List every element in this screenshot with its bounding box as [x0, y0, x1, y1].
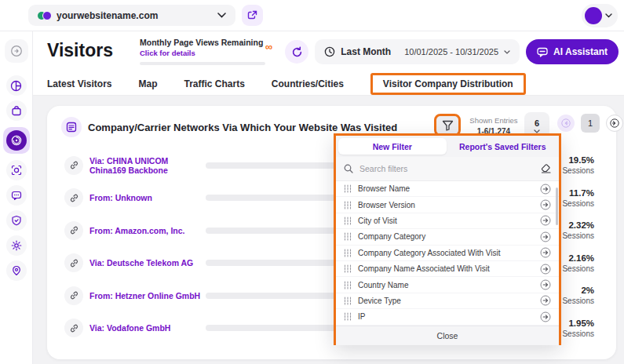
- page-header: Visitors Monthly Page Views Remaining Cl…: [33, 31, 624, 72]
- sidebar-item-orders[interactable]: [6, 100, 27, 121]
- chevron-down-icon: [504, 50, 510, 54]
- arrow-left-icon: [561, 118, 571, 128]
- filter-field-label: Browser Version: [358, 201, 534, 209]
- network-label[interactable]: From: Hetzner Online GmbH: [89, 291, 206, 300]
- eraser-icon[interactable]: [541, 164, 551, 173]
- filter-field-item[interactable]: Company Category: [336, 229, 559, 245]
- avatar: [585, 7, 602, 24]
- filter-field-item[interactable]: Browser Name: [336, 181, 559, 197]
- filter-field-item[interactable]: Company Name Associated With Visit: [336, 261, 559, 277]
- filter-field-label: Company Category: [358, 232, 534, 241]
- filter-field-item[interactable]: Device Type: [336, 293, 559, 309]
- card-title: Company/Carrier Networks Via Which Your …: [88, 122, 397, 133]
- drag-handle-icon[interactable]: [344, 297, 352, 305]
- circle-arrow-right-icon[interactable]: [540, 199, 551, 210]
- network-label[interactable]: Via: Vodafone GmbH: [89, 323, 206, 333]
- drag-handle-icon[interactable]: [344, 201, 352, 209]
- app-frame: yourwebsitename.com: [0, 0, 624, 364]
- scrollbar-thumb[interactable]: [556, 187, 558, 225]
- next-page-button[interactable]: [606, 115, 623, 132]
- tab-map[interactable]: Map: [138, 78, 157, 89]
- network-label[interactable]: From: Unknown: [89, 193, 206, 202]
- network-label[interactable]: Via: CHINA UNICOM China169 Backbone: [89, 156, 206, 175]
- main-area: Visitors Monthly Page Views Remaining Cl…: [33, 31, 624, 364]
- shield-check-icon: [11, 215, 22, 226]
- filter-field-label: Company Category Associated With Visit: [358, 249, 534, 257]
- filter-field-item[interactable]: Country Name: [336, 277, 559, 293]
- tab-new-filter[interactable]: New Filter: [338, 138, 447, 155]
- filter-field-item[interactable]: City of Visit: [336, 213, 559, 229]
- drag-handle-icon[interactable]: [344, 264, 352, 273]
- funnel-icon: [442, 120, 454, 131]
- tab-saved-filters[interactable]: Report's Saved Filters: [449, 138, 557, 155]
- pagination: 1: [557, 114, 623, 133]
- circle-arrow-right-icon[interactable]: [540, 215, 551, 226]
- circle-arrow-right-icon[interactable]: [540, 247, 551, 258]
- tab-traffic-charts[interactable]: Traffic Charts: [184, 78, 244, 89]
- site-selector[interactable]: yourwebsitename.com: [28, 5, 235, 26]
- period-label: Last Month: [341, 46, 391, 57]
- filter-field-label: City of Visit: [358, 217, 534, 225]
- face-scan-icon: [11, 165, 22, 176]
- drag-handle-icon[interactable]: [344, 217, 352, 225]
- location-pin-icon: [11, 265, 22, 276]
- link-icon: [64, 156, 83, 175]
- drag-handle-icon[interactable]: [344, 312, 352, 321]
- filter-field-item[interactable]: Company Category Associated With Visit: [336, 246, 559, 261]
- sidebar: [0, 31, 33, 364]
- network-label[interactable]: Via: Deutsche Telekom AG: [89, 258, 206, 268]
- sidebar-item-chat[interactable]: [6, 185, 27, 206]
- filter-field-label: IP: [358, 312, 534, 321]
- chat-icon: [11, 190, 22, 201]
- quota-details-link[interactable]: Click for details: [140, 49, 277, 57]
- circle-arrow-right-icon[interactable]: [540, 184, 551, 195]
- quota-progress-bar: [140, 62, 265, 65]
- page-title: Visitors: [47, 40, 113, 61]
- page-size-value: 6: [535, 118, 539, 128]
- drag-handle-icon[interactable]: [344, 232, 352, 241]
- chevron-down-icon: [605, 13, 612, 18]
- circle-arrow-right-icon[interactable]: [540, 279, 551, 290]
- circle-arrow-right-icon[interactable]: [540, 231, 551, 242]
- sidebar-item-recognition[interactable]: [6, 160, 27, 180]
- refresh-button[interactable]: [285, 40, 308, 64]
- link-icon: [64, 286, 83, 305]
- report-tabs: Latest VisitorsMapTraffic ChartsCountrie…: [33, 72, 624, 96]
- open-site-button[interactable]: [242, 5, 263, 26]
- filter-close-button[interactable]: Close: [336, 326, 559, 345]
- drag-handle-icon[interactable]: [344, 281, 352, 289]
- sidebar-item-visitors-active[interactable]: [3, 127, 30, 154]
- prev-page-button[interactable]: [557, 115, 575, 132]
- filter-search-input[interactable]: [359, 164, 535, 173]
- filter-field-item[interactable]: IP: [336, 309, 559, 325]
- circle-arrow-right-icon[interactable]: [540, 311, 551, 322]
- filter-panel: New Filter Report's Saved Filters: [334, 133, 561, 345]
- sidebar-item-analytics[interactable]: [6, 75, 27, 96]
- content-area: Company/Carrier Networks Via Which Your …: [33, 96, 624, 364]
- link-icon: [64, 253, 83, 272]
- infinity-value: ∞: [265, 41, 272, 53]
- date-range-selector[interactable]: Last Month 10/01/2025 - 10/31/2025: [315, 39, 520, 64]
- network-label[interactable]: From: Amazon.com, Inc.: [89, 226, 206, 235]
- tab-latest-visitors[interactable]: Latest Visitors: [47, 78, 111, 89]
- circle-arrow-right-icon[interactable]: [540, 295, 551, 306]
- ai-assistant-button[interactable]: AI Assistant: [526, 39, 619, 64]
- account-menu[interactable]: [582, 4, 618, 27]
- shown-entries-label: Shown Entries: [465, 116, 522, 125]
- sidebar-item-location[interactable]: [6, 260, 27, 281]
- tab-countries-cities[interactable]: Countries/Cities: [272, 78, 344, 89]
- drag-handle-icon[interactable]: [344, 249, 352, 257]
- pageviews-quota: Monthly Page Views Remaining Click for d…: [140, 38, 277, 65]
- filter-panel-tabs: New Filter Report's Saved Filters: [336, 136, 559, 157]
- report-icon: [61, 117, 82, 137]
- circle-arrow-right-icon[interactable]: [540, 264, 551, 275]
- sidebar-collapse-button[interactable]: [5, 39, 28, 63]
- sidebar-item-security[interactable]: [6, 210, 27, 231]
- tab-visitor-company-distribution[interactable]: Visitor Company Distribution: [370, 73, 526, 95]
- link-icon: [64, 221, 83, 240]
- filter-field-item[interactable]: Browser Version: [336, 197, 559, 213]
- drag-handle-icon[interactable]: [344, 184, 352, 193]
- analytics-icon: [10, 80, 22, 92]
- page-number[interactable]: 1: [581, 114, 600, 133]
- sidebar-item-settings[interactable]: [6, 235, 27, 256]
